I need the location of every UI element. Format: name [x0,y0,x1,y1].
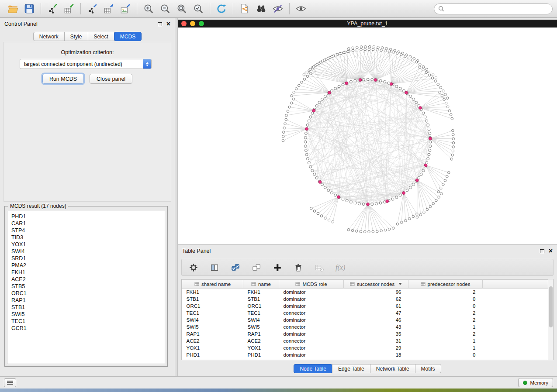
cell-name[interactable]: SWI5 [243,323,279,330]
table-row[interactable]: SWI4SWI4dominator462 [182,316,553,323]
cell-successor-nodes[interactable]: 31 [344,337,408,344]
cell-shared-name[interactable]: RAP1 [182,330,243,337]
mcds-result-item[interactable]: STP4 [7,227,165,234]
cell-mcds-role[interactable]: connector [279,337,344,344]
zoom-in-button[interactable] [140,1,157,16]
zoom-selected-button[interactable] [190,1,207,16]
mcds-result-item[interactable]: ACE2 [7,276,165,283]
table-row[interactable]: ORC1ORC1dominator610 [182,303,553,309]
document-share-button[interactable] [236,1,253,16]
import-network-button[interactable] [44,1,61,16]
column-mcds-role[interactable]: MCDS role [279,280,344,289]
cell-name[interactable]: YOX1 [243,344,279,351]
cell-mcds-role[interactable]: dominator [279,351,344,358]
search-box[interactable] [434,3,553,14]
cell-shared-name[interactable]: STB1 [182,296,243,303]
mcds-result-item[interactable]: FKH1 [7,269,165,276]
mcds-result-item[interactable]: SRD1 [7,255,165,262]
close-panel-icon[interactable]: × [549,248,553,254]
cell-successor-nodes[interactable]: 47 [344,309,408,316]
cell-predecessor-nodes[interactable]: 1 [408,337,483,344]
cell-name[interactable]: ACE2 [243,337,279,344]
zoom-out-button[interactable] [157,1,173,16]
window-maximize-icon[interactable] [199,21,204,26]
mcds-result-item[interactable]: SWI5 [7,311,165,318]
cell-mcds-role[interactable]: connector [279,323,344,330]
tab-edge-table[interactable]: Edge Table [332,364,370,373]
cell-predecessor-nodes[interactable]: 2 [408,330,483,337]
cell-successor-nodes[interactable]: 61 [344,303,408,309]
table-row[interactable]: YOX1YOX1connector291 [182,344,553,351]
table-row[interactable]: TEC1TEC1connector472 [182,309,553,316]
network-canvas[interactable] [178,28,557,244]
search-network-button[interactable] [253,1,270,16]
window-close-icon[interactable] [181,21,187,26]
mcds-result-item[interactable]: YOX1 [7,241,165,248]
run-mcds-button[interactable]: Run MCDS [42,74,84,84]
mcds-result-item[interactable]: ORC1 [7,290,165,297]
cell-shared-name[interactable]: ORC1 [182,303,243,309]
delete-column-icon[interactable] [294,263,303,272]
mcds-result-item[interactable]: STB5 [7,283,165,290]
panel-menu-button[interactable] [4,378,16,387]
float-panel-icon[interactable] [158,22,162,26]
cell-shared-name[interactable]: ACE2 [182,337,243,344]
search-input[interactable] [447,5,548,12]
window-minimize-icon[interactable] [190,21,195,26]
cell-predecessor-nodes[interactable]: 2 [408,309,483,316]
cell-predecessor-nodes[interactable]: 1 [408,323,483,330]
cell-successor-nodes[interactable]: 46 [344,316,408,323]
cell-predecessor-nodes[interactable]: 1 [408,344,483,351]
cell-successor-nodes[interactable]: 62 [344,296,408,303]
cell-shared-name[interactable]: SWI5 [182,323,243,330]
cell-mcds-role[interactable]: dominator [279,330,344,337]
memory-button[interactable]: Memory [518,378,553,387]
cell-shared-name[interactable]: TEC1 [182,309,243,316]
import-table-button[interactable] [61,1,77,16]
mcds-result-list[interactable]: PHD1CAR1STP4TID3YOX1SWI4SRD1PMA2FKH1ACE2… [7,211,165,364]
cell-name[interactable]: RAP1 [243,330,279,337]
cell-name[interactable]: PHD1 [243,351,279,358]
cell-shared-name[interactable]: PHD1 [182,351,243,358]
cell-mcds-role[interactable]: dominator [279,296,344,303]
cell-name[interactable]: ORC1 [243,303,279,309]
float-panel-icon[interactable] [540,249,544,253]
table-row[interactable]: RAP1RAP1dominator352 [182,330,553,337]
show-hide-graphics-button[interactable] [270,1,286,16]
add-column-icon[interactable] [273,263,282,272]
column-shared-name[interactable]: shared name [182,280,243,289]
cell-mcds-role[interactable]: dominator [279,289,344,296]
mcds-result-item[interactable]: TID3 [7,234,165,241]
tab-network[interactable]: Network [33,32,65,41]
cell-successor-nodes[interactable]: 96 [344,289,408,296]
zoom-fit-button[interactable] [173,1,190,16]
cell-shared-name[interactable]: YOX1 [182,344,243,351]
export-table-button[interactable] [100,1,117,16]
cell-mcds-role[interactable]: dominator [279,303,344,309]
table-row[interactable]: ACE2ACE2connector311 [182,337,553,344]
mcds-result-item[interactable]: PMA2 [7,262,165,269]
deselect-all-icon[interactable] [252,263,261,272]
column-predecessor-nodes[interactable]: predecessor nodes [408,280,483,289]
table-settings-gear-icon[interactable] [189,263,198,272]
refresh-network-button[interactable] [213,1,230,16]
cell-predecessor-nodes[interactable]: 2 [408,316,483,323]
mcds-result-item[interactable]: CAR1 [7,220,165,227]
cell-successor-nodes[interactable]: 18 [344,351,408,358]
open-file-button[interactable] [4,1,21,16]
export-network-button[interactable] [84,1,100,16]
table-row[interactable]: FKH1FKH1dominator962 [182,289,553,296]
select-all-icon[interactable] [231,263,240,272]
cell-shared-name[interactable]: SWI4 [182,316,243,323]
network-window-titlebar[interactable]: YPA_prune.txt_1 [178,20,557,28]
criterion-dropdown[interactable]: largest connected component (undirected) [20,59,152,69]
cell-shared-name[interactable]: FKH1 [182,289,243,296]
tab-mcds[interactable]: MCDS [114,32,142,41]
cell-successor-nodes[interactable]: 29 [344,344,408,351]
cell-predecessor-nodes[interactable]: 0 [408,303,483,309]
table-row[interactable]: PHD1PHD1dominator180 [182,351,553,358]
column-name[interactable]: name [243,280,279,289]
mcds-result-item[interactable]: TEC1 [7,318,165,325]
tab-node-table[interactable]: Node Table [294,364,332,373]
cell-predecessor-nodes[interactable]: 2 [408,289,483,296]
